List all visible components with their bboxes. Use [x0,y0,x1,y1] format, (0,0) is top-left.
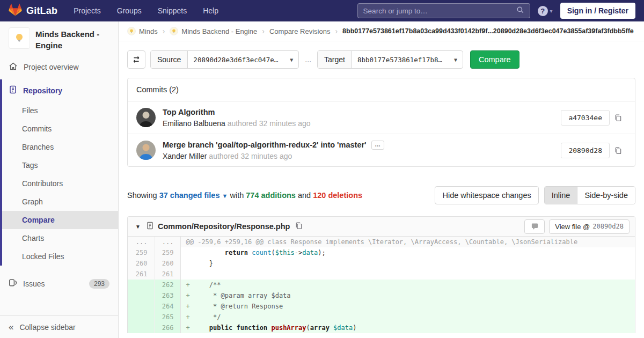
side-by-side-view-button[interactable]: Side-by-side [577,187,635,204]
diff-view-toggle: Inline Side-by-side [544,186,635,204]
nav-link-groups[interactable]: Groups [117,6,142,15]
sidebar-item-issues[interactable]: Issues 293 [0,273,118,295]
diff-line-ctx: 261261 [128,269,635,280]
collapse-diff-caret-icon[interactable]: ▼ [135,224,141,230]
diff-line-code: @@ -259,6 +259,16 @@ class Response impl… [180,237,635,247]
old-line-number[interactable] [128,301,154,312]
search-input[interactable] [363,7,516,15]
nav-link-help[interactable]: Help [203,6,218,15]
new-line-number[interactable]: 260 [154,258,180,269]
sidebar-item-label: Repository [23,86,62,95]
collapse-sidebar-button[interactable]: « Collapse sidebar [0,315,118,338]
commits-header: Commits (2) [128,78,635,101]
sidebar-item-project-overview[interactable]: Project overview [0,56,118,78]
old-line-number[interactable]: 260 [128,258,154,269]
view-file-button[interactable]: View file @ 20890d28 [549,219,630,234]
nav-link-snippets[interactable]: Snippets [158,6,187,15]
copy-sha-button[interactable] [610,112,626,124]
file-path-link[interactable]: Common/Repository/Response.php [158,222,290,231]
old-line-number[interactable] [128,322,154,333]
sidebar-item-locked-files[interactable]: Locked Files [0,247,118,266]
old-line-number[interactable] [128,312,154,322]
new-line-number[interactable]: 266 [154,322,180,333]
diff-line-code: + /** [180,280,635,290]
file-diff-card: ▼ Common/Repository/Response.php [127,216,635,333]
breadcrumb-link-compare-revisions[interactable]: Compare Revisions [269,27,330,35]
commit-title-link[interactable]: Top Algorithm [163,108,215,116]
changed-files-dropdown[interactable]: 37 changed files ▼ [159,191,228,200]
swap-revisions-button[interactable] [127,50,145,69]
commit-row: Top AlgorithmEmiliano Balbuena authored … [128,101,635,134]
inline-view-button[interactable]: Inline [545,187,577,204]
old-line-number[interactable]: 259 [128,247,154,258]
project-avatar [9,27,30,49]
old-line-number[interactable] [128,290,154,301]
caret-down-icon: ▼ [222,193,228,199]
gitlab-home-link[interactable]: GitLab [9,3,57,18]
sidebar-item-repository[interactable]: Repository [0,79,118,101]
collapse-label: Collapse sidebar [19,323,75,332]
new-line-number[interactable]: 265 [154,312,180,322]
issues-icon [9,278,17,289]
commit-sha-link[interactable]: 20890d28 [561,143,610,158]
old-line-number[interactable] [128,280,154,290]
diff-line-add: 263+ * @param array $data [128,290,635,301]
new-line-number[interactable]: 264 [154,301,180,312]
global-search[interactable] [357,3,530,18]
sidebar-item-files[interactable]: Files [0,101,118,120]
commit-title-link[interactable]: Merge branch 'goal/top-algorithm-redux-2… [163,141,367,149]
chevron-down-icon: ▼ [454,57,457,63]
copy-path-icon[interactable] [295,222,303,232]
expand-commit-message-button[interactable]: ... [371,141,384,150]
new-line-number[interactable]: ... [154,237,180,247]
target-branch-dropdown[interactable]: Target 8bb0177e573861ef17b8… ▼ [317,50,463,69]
home-icon [9,62,18,72]
sidebar-item-charts[interactable]: Charts [0,229,118,247]
diff-line-match: ......@@ -259,6 +259,16 @@ class Respons… [128,237,635,247]
repository-subnav: FilesCommitsBranchesTagsContributorsGrap… [0,101,118,266]
new-line-number[interactable]: 261 [154,269,180,280]
sidebar-item-compare[interactable]: Compare [0,211,118,229]
compare-button[interactable]: Compare [470,50,519,69]
commit-author-avatar [136,108,156,127]
new-line-number[interactable]: 263 [154,290,180,301]
sidebar-item-branches[interactable]: Branches [0,138,118,156]
commit-author-link[interactable]: Emiliano Balbuena [163,119,225,128]
new-line-number[interactable]: 259 [154,247,180,258]
project-context-header[interactable]: Minds Backend - Engine [0,21,118,56]
sign-in-register-button[interactable]: Sign in / Register [560,3,635,19]
chevron-down-icon: ▾ [550,8,553,14]
breadcrumb-link-minds[interactable]: Minds [127,27,158,35]
sidebar-item-graph[interactable]: Graph [0,193,118,211]
repository-section: Repository FilesCommitsBranchesTagsContr… [0,79,118,266]
hide-whitespace-button[interactable]: Hide whitespace changes [435,186,538,204]
with-label: with [230,191,244,200]
help-menu[interactable]: ? ▾ [538,6,553,16]
help-icon: ? [538,6,548,16]
copy-sha-button[interactable] [610,144,626,157]
breadcrumb-link-minds-backend-engine[interactable]: Minds Backend - Engine [170,27,257,35]
diff-line-code: } [180,258,635,269]
sidebar-item-contributors[interactable]: Contributors [0,174,118,193]
toggle-comments-button[interactable] [524,219,545,234]
old-line-number[interactable]: ... [128,237,154,247]
sidebar-item-label: Project overview [24,63,79,71]
nav-link-projects[interactable]: Projects [74,6,101,15]
compare-revisions-form: Source 20890d28e3d6f3ec047e… ▼ ... Targe… [127,50,635,69]
diff-line-code: + * @param array $data [180,290,635,301]
diff-line-code: + */ [180,312,635,322]
source-branch-dropdown[interactable]: Source 20890d28e3d6f3ec047e… ▼ [150,50,299,69]
project-sidebar: Minds Backend - Engine Project overview … [0,21,119,338]
new-line-number[interactable]: 262 [154,280,180,290]
brand-wordmark: GitLab [26,5,57,17]
sidebar-item-commits[interactable]: Commits [0,120,118,138]
range-separator: ... [305,55,311,64]
double-chevron-left-icon: « [9,322,13,332]
commit-author-link[interactable]: Xander Miller [163,152,207,160]
commit-sha-link[interactable]: a47034ee [561,110,610,126]
diff-line-code [180,269,635,280]
sidebar-item-tags[interactable]: Tags [0,156,118,174]
top-navbar: GitLab ProjectsGroupsSnippetsHelp ? ▾ Si… [0,0,644,21]
old-line-number[interactable]: 261 [128,269,154,280]
breadcrumb: Minds›Minds Backend - Engine›Compare Rev… [119,21,644,41]
